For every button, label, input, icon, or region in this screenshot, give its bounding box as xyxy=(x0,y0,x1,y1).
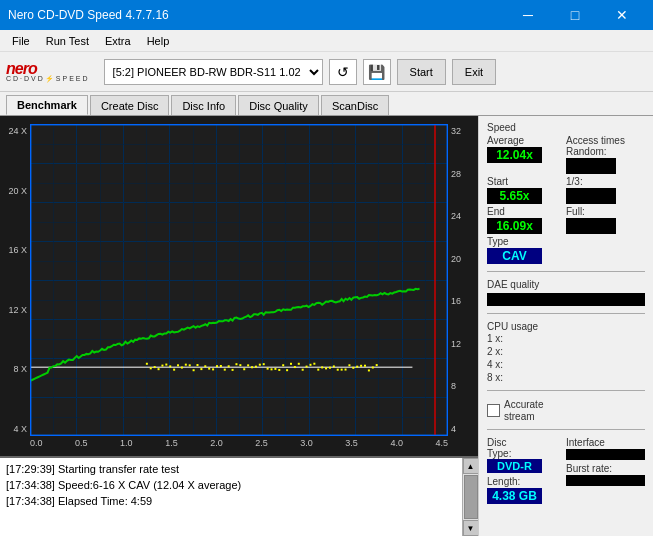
cpu-row: CPU usage 1 x: 2 x: 4 x: 8 x: xyxy=(487,321,645,383)
x-label-0: 0.0 xyxy=(30,438,43,454)
type-col: Type CAV xyxy=(487,236,566,264)
start-value: 5.65x xyxy=(487,188,542,204)
y-right-12: 12 xyxy=(448,339,478,349)
accurate-label-group: Accurate stream xyxy=(504,398,543,422)
divider-2 xyxy=(487,313,645,314)
speed-section: Speed Average 12.04x Access times Random… xyxy=(487,122,645,264)
cpu-label: CPU usage xyxy=(487,321,538,332)
log-entry-2: [17:34:38] Elapsed Time: 4:59 xyxy=(6,493,456,509)
right-panel: Speed Average 12.04x Access times Random… xyxy=(478,116,653,536)
disc-label: Disc xyxy=(487,437,506,448)
nero-logo-sub: CD·DVD⚡SPEED xyxy=(6,75,90,83)
cpu-1x-label: 1 x: xyxy=(487,333,503,344)
x-label-45: 4.5 xyxy=(435,438,448,454)
y-label-4: 4 X xyxy=(0,424,30,434)
cpu-2x-label: 2 x: xyxy=(487,346,503,357)
cpu-4x-label: 4 x: xyxy=(487,359,503,370)
menu-extra[interactable]: Extra xyxy=(97,33,139,49)
access-times-col: Access times Random: xyxy=(566,135,645,174)
cpu-section: CPU usage 1 x: 2 x: 4 x: 8 x: xyxy=(487,321,645,383)
start-label: Start xyxy=(487,176,508,187)
main-content: 24 X 20 X 16 X 12 X 8 X 4 X 32 28 24 20 … xyxy=(0,116,653,536)
disc-length-value: 4.38 GB xyxy=(487,488,542,504)
nero-logo: nero CD·DVD⚡SPEED xyxy=(6,60,90,83)
y-right-4: 4 xyxy=(448,424,478,434)
one-third-col: 1/3: xyxy=(566,176,645,204)
disc-length-label: Length: xyxy=(487,476,520,487)
end-col: End 16.09x xyxy=(487,206,566,234)
tab-benchmark[interactable]: Benchmark xyxy=(6,95,88,115)
exit-button[interactable]: Exit xyxy=(452,59,496,85)
x-label-40: 4.0 xyxy=(390,438,403,454)
chart-container: 24 X 20 X 16 X 12 X 8 X 4 X 32 28 24 20 … xyxy=(0,116,478,456)
one-third-label: 1/3: xyxy=(566,176,583,187)
menu-help[interactable]: Help xyxy=(139,33,178,49)
divider-3 xyxy=(487,390,645,391)
random-label: Random: xyxy=(566,146,607,157)
x-label-05: 0.5 xyxy=(75,438,88,454)
disc-type-label: Type: xyxy=(487,448,511,459)
tab-scan-disc[interactable]: ScanDisc xyxy=(321,95,389,115)
speed-label: Speed xyxy=(487,122,645,133)
y-axis-right: 32 28 24 20 16 12 8 4 xyxy=(448,124,478,436)
log-entry-0: [17:29:39] Starting transfer rate test xyxy=(6,461,456,477)
y-label-12: 12 X xyxy=(0,305,30,315)
x-label-10: 1.0 xyxy=(120,438,133,454)
tab-disc-quality[interactable]: Disc Quality xyxy=(238,95,319,115)
y-label-20: 20 X xyxy=(0,186,30,196)
stream-label: stream xyxy=(504,411,535,422)
title-bar: Nero CD-DVD Speed 4.7.7.16 ─ □ ✕ xyxy=(0,0,653,30)
dae-label: DAE quality xyxy=(487,279,645,290)
end-value: 16.09x xyxy=(487,218,542,234)
refresh-button[interactable]: ↺ xyxy=(329,59,357,85)
tab-bar: Benchmark Create Disc Disc Info Disc Qua… xyxy=(0,92,653,116)
divider-4 xyxy=(487,429,645,430)
tab-create-disc[interactable]: Create Disc xyxy=(90,95,169,115)
speed-chart xyxy=(30,124,448,436)
interface-value-box xyxy=(566,449,645,460)
save-button[interactable]: 💾 xyxy=(363,59,391,85)
full-label: Full: xyxy=(566,206,585,217)
end-label: End xyxy=(487,206,505,217)
x-label-30: 3.0 xyxy=(300,438,313,454)
interface-label: Interface xyxy=(566,437,605,448)
dae-section: DAE quality xyxy=(487,279,645,306)
interface-col: Interface Burst rate: xyxy=(566,437,645,486)
accurate-section: Accurate stream xyxy=(487,398,645,422)
random-value xyxy=(566,158,616,174)
disc-type-value: DVD-R xyxy=(487,459,542,473)
y-label-8: 8 X xyxy=(0,364,30,374)
average-label: Average xyxy=(487,135,524,146)
menu-run-test[interactable]: Run Test xyxy=(38,33,97,49)
full-value xyxy=(566,218,616,234)
tab-disc-info[interactable]: Disc Info xyxy=(171,95,236,115)
y-right-28: 28 xyxy=(448,169,478,179)
window-controls: ─ □ ✕ xyxy=(505,0,645,30)
accurate-checkbox[interactable] xyxy=(487,404,500,417)
scroll-thumb[interactable] xyxy=(464,475,478,519)
scroll-up-button[interactable]: ▲ xyxy=(463,458,479,474)
close-button[interactable]: ✕ xyxy=(599,0,645,30)
divider-1 xyxy=(487,271,645,272)
scroll-down-button[interactable]: ▼ xyxy=(463,520,479,536)
start-end-row: Start 5.65x 1/3: xyxy=(487,176,645,204)
burst-value-box xyxy=(566,475,645,486)
start-button[interactable]: Start xyxy=(397,59,446,85)
menu-file[interactable]: File xyxy=(4,33,38,49)
log-area: [17:29:39] Starting transfer rate test [… xyxy=(0,456,478,536)
log-scrollbar[interactable]: ▲ ▼ xyxy=(462,458,478,536)
x-label-15: 1.5 xyxy=(165,438,178,454)
one-third-value xyxy=(566,188,616,204)
type-row: Type CAV xyxy=(487,236,645,264)
end-full-row: End 16.09x Full: xyxy=(487,206,645,234)
log-entry-1: [17:34:38] Speed:6-16 X CAV (12.04 X ave… xyxy=(6,477,456,493)
log-content: [17:29:39] Starting transfer rate test [… xyxy=(0,458,462,536)
minimize-button[interactable]: ─ xyxy=(505,0,551,30)
maximize-button[interactable]: □ xyxy=(552,0,598,30)
dae-value-box xyxy=(487,293,645,306)
y-right-16: 16 xyxy=(448,296,478,306)
menu-bar: File Run Test Extra Help xyxy=(0,30,653,52)
cpu-8x-label: 8 x: xyxy=(487,372,503,383)
drive-selector[interactable]: [5:2] PIONEER BD-RW BDR-S11 1.02 xyxy=(104,59,323,85)
x-label-35: 3.5 xyxy=(345,438,358,454)
